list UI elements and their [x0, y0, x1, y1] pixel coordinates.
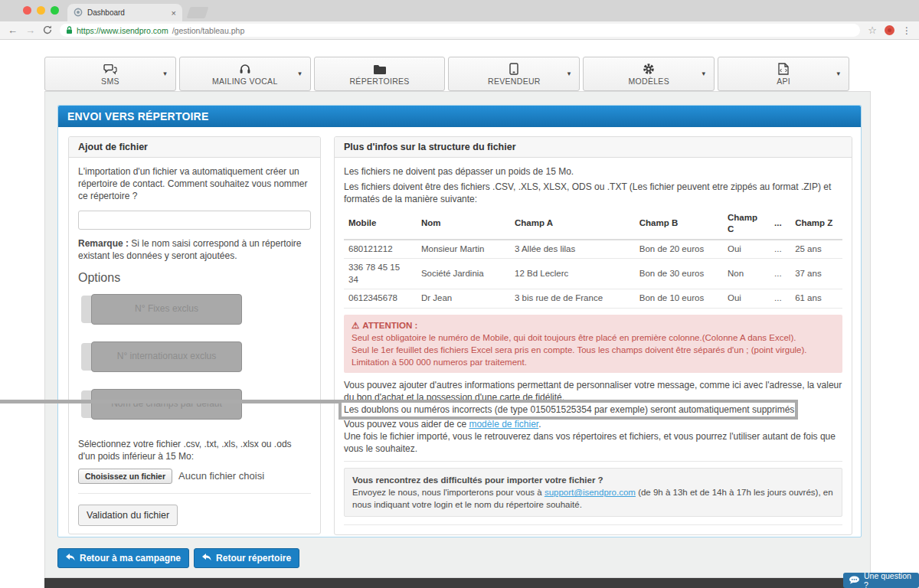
- col-header-champ-z: Champ Z: [790, 209, 842, 240]
- main-navigation: SMS ▾ MAILING VOCAL ▾ RÉPERTOIRES REVEND…: [44, 57, 849, 91]
- repertoire-name-input[interactable]: [78, 211, 311, 230]
- option-champs-defaut-button[interactable]: Nom de champs par défaut: [81, 390, 240, 418]
- col-header-mobile: Mobile: [344, 209, 417, 240]
- browser-chrome: Dashboard × ← → https://www.isendpro.com…: [0, 0, 919, 40]
- button-label: Retour à ma campagne: [80, 553, 181, 564]
- cell: ...: [770, 289, 790, 309]
- import-intro-text: L'importation d'un fichier va automatiqu…: [78, 165, 311, 203]
- support-title: Vous rencontrez des difficultés pour imp…: [352, 474, 834, 486]
- cell: 336 78 45 15 34: [344, 259, 417, 289]
- support-email-link[interactable]: support@isendpro.com: [545, 488, 636, 497]
- phone-icon: [509, 63, 518, 75]
- secure-lock-icon: [66, 24, 73, 38]
- page-title: ENVOI VERS RÉPERTOIRE: [58, 106, 861, 127]
- table-row: 0612345678 Dr Jean 3 bis rue de de Franc…: [344, 289, 842, 309]
- remark-text: Remarque : Si le nom saisi correspond à …: [78, 237, 311, 262]
- attention-line: Limitation à 500 000 numeros par traitem…: [352, 356, 835, 368]
- window-zoom-button[interactable]: [51, 6, 59, 15]
- new-tab-button[interactable]: [187, 7, 209, 18]
- chevron-down-icon: ▾: [163, 70, 167, 77]
- reply-arrow-icon: [66, 553, 75, 564]
- option-label: N° Fixes exclus: [91, 294, 242, 325]
- chevron-down-icon: ▾: [567, 70, 571, 77]
- nav-label: API: [777, 77, 790, 86]
- cell: 680121212: [344, 240, 417, 259]
- support-text-before: Envoyez le nous, nous l'importerons pour…: [352, 488, 545, 497]
- structure-info-panel: Plus d'infos sur la structure du fichier…: [334, 136, 852, 535]
- cell: 61 ans: [790, 289, 842, 309]
- col-header-champ-b: Champ B: [635, 209, 723, 240]
- doublons-text: Les doublons ou numéros incorrects (de t…: [344, 403, 842, 416]
- nav-item-api[interactable]: API ▾: [718, 57, 849, 91]
- warning-icon: ⚠: [352, 321, 359, 330]
- envoi-repertoire-section: ENVOI VERS RÉPERTOIRE Ajout de fichier L…: [57, 105, 862, 537]
- nav-item-mailing-vocal[interactable]: MAILING VOCAL ▾: [179, 57, 311, 91]
- browser-menu-icon[interactable]: ⋮: [902, 25, 911, 36]
- cell: Dr Jean: [417, 289, 510, 309]
- refresh-icon[interactable]: [43, 24, 52, 38]
- option-label: Nom de champs par défaut: [91, 389, 242, 420]
- cell: Monsieur Martin: [417, 240, 510, 259]
- table-row: 336 78 45 15 34 Société Jardinia 12 Bd L…: [344, 259, 842, 289]
- helper-prefix: Vous pouvez vous aider de ce: [344, 419, 469, 430]
- window-close-button[interactable]: [23, 6, 31, 15]
- gear-icon: [643, 63, 655, 75]
- nav-label: MODÈLES: [629, 77, 669, 86]
- nav-item-sms[interactable]: SMS ▾: [44, 57, 176, 91]
- window-minimize-button[interactable]: [37, 6, 45, 15]
- browser-tab-dashboard[interactable]: Dashboard ×: [67, 4, 182, 21]
- tab-title: Dashboard: [87, 8, 172, 17]
- retour-campagne-button[interactable]: Retour à ma campagne: [57, 548, 189, 568]
- site-footer-bar: [44, 578, 871, 588]
- max-size-text: Les fichiers ne doivent pas dépasser un …: [344, 165, 842, 178]
- chevron-down-icon: ▾: [298, 70, 302, 77]
- personalize-text: Vous pouvez ajouter d'autres information…: [344, 379, 842, 403]
- option-fixes-exclus-button[interactable]: N° Fixes exclus: [81, 296, 240, 323]
- col-header-nom: Nom: [417, 209, 510, 240]
- nav-item-modeles[interactable]: MODÈLES ▾: [583, 57, 715, 91]
- modele-fichier-link[interactable]: modèle de fichier: [469, 419, 538, 430]
- options-title: Options: [78, 270, 311, 286]
- col-header-ellipsis: ...: [770, 209, 790, 240]
- choose-file-button[interactable]: Choisissez un fichier: [78, 469, 172, 484]
- cell: Bon de 20 euros: [635, 240, 723, 259]
- cell: 3 bis rue de de France: [510, 289, 635, 309]
- back-icon[interactable]: ←: [8, 25, 18, 35]
- nav-label: REVENDEUR: [488, 77, 541, 86]
- helper-suffix: .: [538, 419, 541, 430]
- forward-icon: →: [25, 25, 35, 35]
- headset-icon: [239, 63, 251, 75]
- cell: 37 ans: [790, 259, 842, 289]
- option-internationaux-exclus-button[interactable]: N° internationaux exclus: [81, 343, 240, 371]
- nav-item-revendeur[interactable]: REVENDEUR ▾: [448, 57, 580, 91]
- button-label: Retour répertoire: [216, 553, 291, 564]
- panel-heading: Plus d'infos sur la structure du fichier: [335, 137, 852, 158]
- address-bar-input[interactable]: https://www.isendpro.com /gestion/tablea…: [60, 24, 860, 37]
- cell: 25 ans: [790, 240, 842, 259]
- helper-text: Vous pouvez vous aider de ce modèle de f…: [344, 418, 842, 430]
- attention-title-text: ATTENTION :: [362, 321, 417, 330]
- api-doc-icon: [778, 63, 789, 75]
- browser-extension-icon[interactable]: [885, 25, 894, 35]
- url-path: /gestion/tableau.php: [172, 26, 245, 35]
- divider: [78, 493, 311, 494]
- cell: ...: [770, 259, 790, 289]
- cell: 3 Allée des lilas: [510, 240, 635, 259]
- select-file-text: Sélectionnez votre fichier .csv, .txt, .…: [78, 438, 311, 462]
- chat-question-widget[interactable]: Une question ?: [843, 573, 919, 588]
- nav-item-repertoires[interactable]: RÉPERTOIRES: [314, 57, 446, 91]
- bookmark-star-icon[interactable]: ☆: [868, 24, 877, 36]
- reply-arrow-icon: [202, 553, 211, 564]
- retour-repertoire-button[interactable]: Retour répertoire: [194, 548, 299, 568]
- table-row: 680121212 Monsieur Martin 3 Allée des li…: [344, 240, 842, 259]
- chevron-down-icon: ▾: [702, 70, 706, 77]
- option-label: N° internationaux exclus: [91, 341, 242, 372]
- tab-close-icon[interactable]: ×: [172, 8, 176, 18]
- cell: 0612345678: [344, 289, 417, 309]
- validate-file-button[interactable]: Validation du fichier: [78, 505, 178, 526]
- cell: Non: [723, 259, 770, 289]
- example-file-table: Mobile Nom Champ A Champ B Champ C ... C…: [344, 209, 842, 309]
- chat-widget-label: Une question ?: [864, 571, 914, 588]
- cell: Bon de 10 euros: [635, 289, 723, 309]
- url-host: https://www.isendpro.com: [77, 26, 168, 35]
